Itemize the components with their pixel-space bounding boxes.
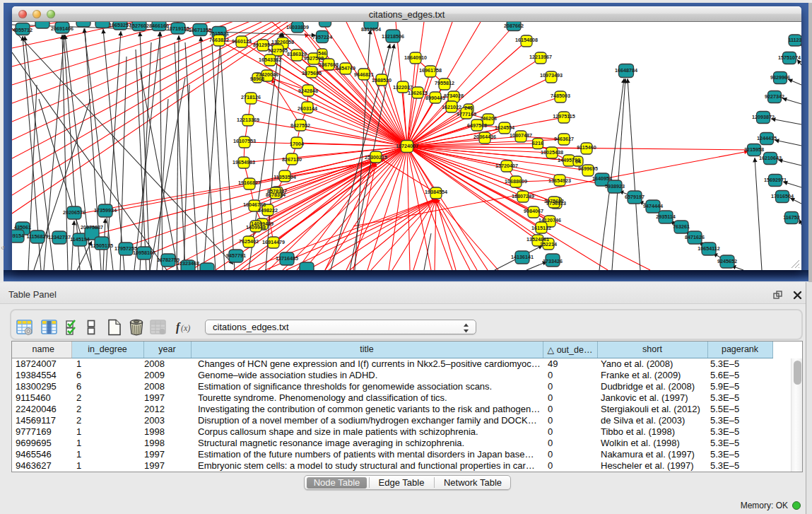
svg-text:19384554: 19384554: [425, 189, 447, 195]
svg-text:16107553: 16107553: [233, 138, 256, 144]
svg-text:9474444: 9474444: [643, 203, 663, 209]
svg-text:2603144: 2603144: [298, 105, 317, 112]
svg-text:1527602: 1527602: [129, 23, 149, 29]
svg-text:3215958: 3215958: [744, 146, 764, 153]
svg-text:8454749: 8454749: [336, 65, 355, 71]
svg-text:9227342: 9227342: [765, 93, 784, 100]
svg-text:6216: 6216: [532, 140, 543, 146]
svg-text:9327505: 9327505: [268, 47, 288, 54]
svg-text:8678334: 8678334: [266, 192, 286, 198]
svg-text:252214: 252214: [540, 241, 557, 247]
svg-text:9660124: 9660124: [232, 38, 252, 45]
svg-text:15720407: 15720407: [495, 163, 518, 169]
svg-text:245: 245: [464, 105, 473, 111]
svg-text:7955812: 7955812: [435, 80, 454, 86]
svg-text:9646821: 9646821: [354, 71, 374, 78]
svg-text:9734028: 9734028: [444, 93, 464, 99]
svg-text:19166827: 19166827: [238, 180, 261, 186]
svg-text:12505135: 12505135: [90, 243, 113, 249]
svg-text:17359934: 17359934: [94, 207, 117, 214]
svg-text:12213369: 12213369: [237, 117, 259, 123]
svg-text:1615132: 1615132: [531, 225, 551, 231]
svg-text:16961758: 16961758: [419, 67, 442, 74]
svg-text:12342737: 12342737: [48, 234, 71, 240]
svg-text:3875685: 3875685: [302, 70, 322, 76]
svg-text:116753: 116753: [783, 214, 800, 221]
svg-text:16648784: 16648784: [615, 67, 637, 74]
svg-text:7663822: 7663822: [209, 37, 229, 43]
svg-text:9777169: 9777169: [457, 111, 476, 117]
svg-text:1640954: 1640954: [592, 175, 612, 182]
svg-text:9084067: 9084067: [524, 208, 543, 214]
svg-text:8471626: 8471626: [685, 234, 705, 240]
svg-text:1588520: 1588520: [372, 77, 392, 83]
svg-text:25300215: 25300215: [365, 154, 387, 160]
svg-text:20206576: 20206576: [63, 209, 86, 216]
svg-text:10688609: 10688609: [505, 178, 527, 185]
svg-text:1362615: 1362615: [408, 90, 428, 96]
svg-text:3975692: 3975692: [544, 198, 564, 204]
svg-text:12213967: 12213967: [529, 54, 552, 60]
svg-text:9457791: 9457791: [226, 252, 246, 259]
svg-text:1733426: 1733426: [543, 258, 563, 264]
svg-text:16543362: 16543362: [259, 57, 281, 63]
svg-text:7515521: 7515521: [209, 30, 229, 37]
svg-text:10807487: 10807487: [510, 132, 532, 139]
svg-text:546: 546: [318, 50, 326, 57]
svg-text:20975887: 20975887: [81, 224, 103, 230]
svg-text:2087662: 2087662: [504, 23, 524, 29]
svg-text:7625402: 7625402: [239, 238, 259, 245]
svg-text:8267130: 8267130: [282, 156, 302, 163]
svg-text:10653257: 10653257: [109, 22, 131, 28]
svg-text:1145194: 1145194: [70, 236, 90, 243]
svg-text:17004: 17004: [290, 141, 304, 147]
svg-text:2718126: 2718126: [241, 94, 261, 100]
svg-text:8813054: 8813054: [361, 26, 381, 33]
svg-text:16154808: 16154808: [515, 37, 538, 43]
svg-text:9242848: 9242848: [298, 88, 318, 94]
svg-text:1624554: 1624554: [495, 124, 514, 131]
svg-text:7485003: 7485003: [551, 93, 570, 99]
svg-text:14136141: 14136141: [511, 254, 534, 260]
svg-text:16033809: 16033809: [286, 24, 309, 30]
svg-text:8427552: 8427552: [290, 122, 310, 129]
svg-text:8466160: 8466160: [149, 23, 169, 29]
svg-text:16210643: 16210643: [759, 155, 782, 161]
svg-text:435061: 435061: [14, 224, 31, 230]
svg-text:11156829: 11156829: [26, 233, 48, 240]
svg-text:13218506: 13218506: [382, 33, 404, 40]
svg-text:9329966: 9329966: [770, 74, 790, 81]
svg-text:19654983: 19654983: [233, 159, 255, 165]
svg-text:13654923: 13654923: [548, 177, 571, 184]
svg-text:12093872: 12093872: [752, 114, 775, 120]
svg-text:13226058: 13226058: [271, 39, 294, 45]
svg-text:8498222: 8498222: [258, 207, 278, 214]
svg-text:9463627: 9463627: [554, 136, 574, 142]
svg-text:10654112: 10654112: [698, 245, 720, 252]
svg-text:10671355: 10671355: [189, 27, 211, 33]
svg-text:13716485: 13716485: [276, 255, 298, 262]
svg-text:4055712: 4055712: [13, 27, 33, 33]
svg-text:11123: 11123: [788, 37, 801, 43]
svg-text:12975115: 12975115: [553, 113, 575, 119]
svg-text:04: 04: [575, 158, 581, 165]
svg-text:1409948: 1409948: [246, 224, 266, 230]
svg-text:39154: 39154: [12, 233, 24, 239]
svg-text:1244415: 1244415: [757, 135, 777, 141]
svg-text:763261: 763261: [673, 223, 690, 230]
svg-text:6579197: 6579197: [625, 194, 645, 200]
svg-text:9115460: 9115460: [577, 144, 596, 151]
svg-text:1621022: 1621022: [442, 104, 461, 110]
svg-text:11353594: 11353594: [273, 174, 296, 180]
svg-text:18640910: 18640910: [404, 54, 427, 61]
svg-text:18724007: 18724007: [396, 143, 418, 149]
svg-text:746206: 746206: [480, 115, 497, 122]
svg-text:15751074: 15751074: [778, 54, 801, 61]
svg-text:6497568: 6497568: [467, 122, 487, 129]
svg-text:5938923: 5938923: [605, 183, 625, 189]
svg-text:18807249: 18807249: [512, 193, 534, 199]
svg-text:14120746: 14120746: [539, 217, 561, 223]
svg-text:9245652: 9245652: [717, 258, 737, 264]
svg-text:16914479: 16914479: [262, 239, 285, 245]
svg-text:12323468: 12323468: [177, 260, 199, 267]
